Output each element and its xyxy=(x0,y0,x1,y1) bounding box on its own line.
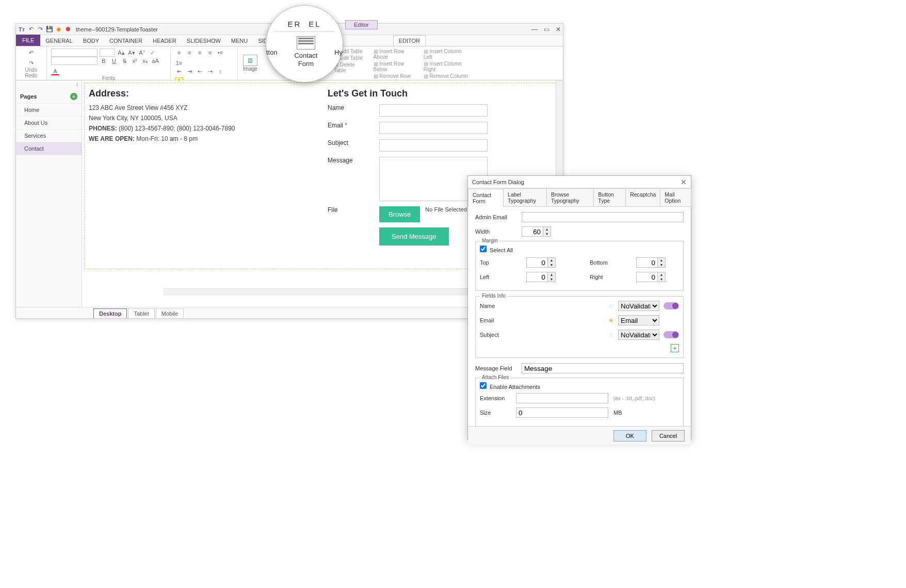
extension-input[interactable] xyxy=(516,393,608,403)
insert-col-left-cmd[interactable]: Insert Column Left xyxy=(424,48,470,60)
dtab-contact-form[interactable]: Contact Form xyxy=(468,189,504,207)
width-value[interactable] xyxy=(522,226,543,237)
insert-col-right-cmd[interactable]: Insert Column Right xyxy=(424,61,470,72)
sidebar-item-contact[interactable]: Contact xyxy=(16,142,82,155)
align-right-icon[interactable]: ≡ xyxy=(196,48,204,57)
case-icon[interactable]: aA xyxy=(151,57,159,65)
list-ol-icon[interactable]: 1≡ xyxy=(175,59,183,67)
fi-name-toggle[interactable] xyxy=(664,302,679,309)
viewtab-desktop[interactable]: Desktop xyxy=(93,308,127,318)
sidebar-item-about-us[interactable]: About Us xyxy=(16,117,82,129)
shrink-font-icon[interactable]: A▾ xyxy=(127,48,136,57)
preview-firefox-icon[interactable]: ◉ xyxy=(55,26,62,33)
subject-input[interactable] xyxy=(379,139,488,152)
superscript-icon[interactable]: x² xyxy=(131,57,139,65)
clear-format-icon[interactable]: Aᵀ xyxy=(138,48,146,57)
insert-row-above-cmd[interactable]: Insert Row Above xyxy=(374,48,415,60)
send-message-button[interactable]: Send Message xyxy=(379,227,449,246)
undo-icon[interactable]: ↶ xyxy=(27,26,35,33)
tab-menu[interactable]: MENU xyxy=(226,36,253,46)
name-input[interactable] xyxy=(379,104,488,117)
add-page-button[interactable]: + xyxy=(70,93,77,100)
fi-email-validation[interactable]: Email xyxy=(618,315,659,325)
sidebar-item-home[interactable]: Home xyxy=(16,104,82,117)
maximize-button[interactable]: ▭ xyxy=(544,26,549,33)
align-justify-icon[interactable]: ≡ xyxy=(206,48,214,57)
indent-right-icon[interactable]: ⇥ xyxy=(185,67,193,75)
font-size-combo[interactable] xyxy=(100,48,115,57)
indent-left-icon[interactable]: ⇤ xyxy=(175,67,183,75)
subscript-icon[interactable]: x₂ xyxy=(141,57,149,65)
address-line2: New York City, NY 100005, USA xyxy=(89,115,317,122)
font-color-icon[interactable]: A xyxy=(51,67,59,75)
close-button[interactable]: ✕ xyxy=(556,26,561,33)
email-input[interactable] xyxy=(379,122,488,134)
align-left-icon[interactable]: ≡ xyxy=(175,48,183,57)
insert-row-below-cmd[interactable]: Insert Row Below xyxy=(374,61,415,72)
tab-editor[interactable]: EDITOR xyxy=(393,35,426,46)
width-spinner[interactable]: ▲▼ xyxy=(522,226,551,237)
fi-email-star-icon[interactable]: ★ xyxy=(608,317,614,324)
minimize-button[interactable]: — xyxy=(531,26,538,33)
redo-icon[interactable]: ↷ xyxy=(37,26,44,33)
margin-bottom-spinner[interactable]: ▲▼ xyxy=(636,257,666,268)
spin-down-icon[interactable]: ▼ xyxy=(543,232,551,236)
format-check-icon[interactable]: ✓ xyxy=(148,48,156,57)
remove-row-cmd[interactable]: Remove Row xyxy=(374,73,415,79)
mag-frag2: EL xyxy=(309,20,321,28)
tab-body[interactable]: BODY xyxy=(78,36,104,46)
tab-file[interactable]: FILE xyxy=(16,35,40,46)
strike-icon[interactable]: S̶ xyxy=(120,57,128,65)
dialog-close-button[interactable]: ✕ xyxy=(681,178,687,186)
save-icon[interactable]: 💾 xyxy=(46,26,53,33)
fi-subject-star-icon[interactable]: ☆ xyxy=(608,331,614,338)
message-field-input[interactable] xyxy=(522,363,684,373)
margin-right-spinner[interactable]: ▲▼ xyxy=(636,272,666,282)
list-ul-icon[interactable]: •≡ xyxy=(216,48,224,57)
remove-col-cmd[interactable]: Remove Column xyxy=(424,73,470,79)
redo-large-icon[interactable]: ↷ xyxy=(27,59,36,67)
line-height-icon[interactable]: ↕ xyxy=(216,67,224,75)
spin-up-icon[interactable]: ▲ xyxy=(543,227,551,232)
tab-container[interactable]: CONTAINER xyxy=(104,36,148,46)
tab-slideshow[interactable]: SLIDESHOW xyxy=(182,36,226,46)
admin-email-input[interactable] xyxy=(522,212,684,222)
image-button[interactable]: 🖼 Image xyxy=(238,46,263,80)
mag-contact-form[interactable]: Contact Form xyxy=(288,36,324,68)
dtab-button-type[interactable]: Button Type xyxy=(593,188,626,206)
dtab-mail-option[interactable]: Mail Option xyxy=(660,188,691,206)
collapse-sidebar-icon[interactable]: 《 xyxy=(16,80,82,90)
font-style-combo[interactable] xyxy=(51,57,98,65)
align-center-icon[interactable]: ≡ xyxy=(185,48,193,57)
cancel-button[interactable]: Cancel xyxy=(652,430,685,442)
underline-icon[interactable]: U xyxy=(110,57,118,65)
undo-large-icon[interactable]: ↶ xyxy=(27,48,36,57)
bold-icon[interactable]: B xyxy=(100,57,108,65)
font-family-combo[interactable] xyxy=(51,48,98,57)
dtab-browse-typography[interactable]: Browse Typography xyxy=(546,188,594,206)
grow-font-icon[interactable]: A▴ xyxy=(117,48,125,57)
dtab-recaptcha[interactable]: Recaptcha xyxy=(625,188,660,206)
select-all-checkbox[interactable] xyxy=(480,246,487,252)
margin-left-spinner[interactable]: ▲▼ xyxy=(526,272,556,282)
viewtab-tablet[interactable]: Tablet xyxy=(128,308,154,318)
fi-name-star-icon[interactable]: ☆ xyxy=(608,302,614,309)
preview-html5-icon[interactable]: ⬢ xyxy=(64,26,72,33)
ok-button[interactable]: OK xyxy=(613,430,646,442)
tab-header[interactable]: HEADER xyxy=(148,36,182,46)
margin-top-spinner[interactable]: ▲▼ xyxy=(526,257,556,268)
browse-button[interactable]: Browse xyxy=(379,206,420,222)
indent-icon[interactable]: ⇢ xyxy=(206,67,214,75)
enable-attachments-checkbox[interactable] xyxy=(480,382,487,389)
fi-name-validation[interactable]: NoValidatio xyxy=(618,301,659,311)
outdent-icon[interactable]: ⇠ xyxy=(196,67,204,75)
tab-general[interactable]: GENERAL xyxy=(40,36,78,46)
fi-subject-validation[interactable]: NoValidatio xyxy=(618,330,659,340)
add-field-button[interactable]: + xyxy=(671,344,679,352)
fi-subject-toggle[interactable] xyxy=(664,331,679,338)
size-input[interactable] xyxy=(516,407,608,418)
dtab-label-typography[interactable]: Label Typography xyxy=(503,188,547,206)
viewtab-mobile[interactable]: Mobile xyxy=(156,308,184,318)
sidebar-item-services[interactable]: Services xyxy=(16,129,82,142)
editor-context-tab: Editor xyxy=(345,20,378,29)
